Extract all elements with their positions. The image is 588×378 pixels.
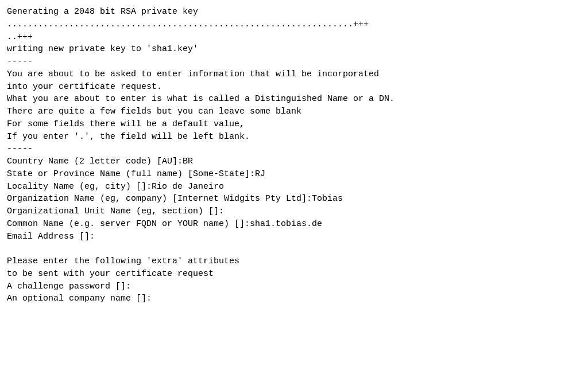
terminal-output: Generating a 2048 bit RSA private key ..…	[7, 6, 581, 305]
